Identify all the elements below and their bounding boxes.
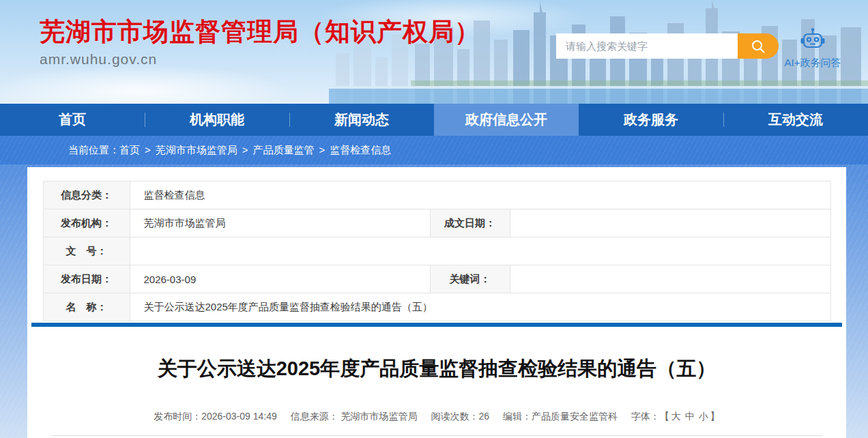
doc-info-table: 信息分类： 监督检查信息 发布机构： 芜湖市市场监管局 成文日期： 文 号： 发…: [43, 181, 831, 321]
doc-agency-label: 发布机构：: [43, 209, 130, 237]
content-card: 信息分类： 监督检查信息 发布机构： 芜湖市市场监管局 成文日期： 文 号： 发…: [27, 167, 846, 438]
breadcrumb: 当前位置：首页>芜湖市市场监管局>产品质量监管>监督检查信息: [0, 136, 868, 164]
site-search: [556, 33, 779, 59]
breadcrumb-separator: >: [145, 144, 151, 156]
accent-divider-bar: [31, 323, 842, 327]
doc-keywords-value: [510, 265, 830, 293]
page: 芜湖市市场监督管理局（知识产权局） amr.wuhu.gov.cn: [0, 0, 868, 438]
font-size-large-button[interactable]: 大: [671, 411, 681, 422]
doc-keywords-label: 关键词：: [430, 265, 510, 293]
site-title: 芜湖市市场监督管理局（知识产权局）: [40, 18, 480, 47]
site-logo-link[interactable]: 芜湖市市场监督管理局（知识产权局） amr.wuhu.gov.cn: [30, 11, 412, 86]
breadcrumb-inspection[interactable]: 监督检查信息: [330, 144, 391, 156]
table-row: 发布日期： 2026-03-09 关键词：: [43, 265, 830, 293]
meta-views-label: 阅读次数：: [431, 411, 478, 422]
doc-name-label: 名 称：: [43, 293, 130, 321]
doc-name-value: 关于公示送达2025年度产品质量监督抽查检验结果的通告（五）: [130, 293, 830, 321]
doc-number-value: [130, 237, 830, 265]
meta-editor-label: 编辑：: [503, 411, 532, 422]
font-size-medium-button[interactable]: 中: [685, 411, 695, 422]
meta-font-control: 字体：【大中小】: [631, 411, 720, 422]
article-meta: 发布时间：2026-03-09 14:49 信息来源： 芜湖市市场监管局 阅读次…: [27, 411, 846, 423]
doc-publish-date-label: 发布日期：: [43, 265, 130, 293]
nav-item-home[interactable]: 首页: [0, 104, 145, 136]
doc-written-date-label: 成文日期：: [430, 209, 510, 237]
meta-editor: 编辑：产品质量安全监管科: [503, 411, 618, 422]
site-titles: 芜湖市市场监督管理局（知识产权局） amr.wuhu.gov.cn: [40, 11, 480, 68]
nav-item-news[interactable]: 新闻动态: [289, 104, 434, 136]
search-button[interactable]: [738, 33, 779, 59]
meta-publish-time-label: 发布时间：: [154, 411, 201, 422]
table-row: 名 称： 关于公示送达2025年度产品质量监督抽查检验结果的通告（五）: [43, 293, 830, 321]
font-bracket-close: 】: [710, 411, 720, 422]
robot-icon: [800, 27, 826, 52]
meta-publish-time: 发布时间：2026-03-09 14:49: [154, 411, 277, 422]
search-icon: [751, 39, 766, 54]
meta-editor-value: 产品质量安全监管科: [532, 411, 618, 422]
table-row: 发布机构： 芜湖市市场监管局 成文日期：: [43, 209, 830, 237]
doc-category-value: 监督检查信息: [130, 181, 830, 209]
breadcrumb-bureau[interactable]: 芜湖市市场监管局: [156, 144, 237, 156]
doc-category-label: 信息分类：: [43, 181, 130, 209]
main-nav: 首页 机构职能 新闻动态 政府信息公开 政务服务 互动交流: [0, 104, 868, 136]
ai-qa-label: AI+政务问答: [782, 57, 843, 70]
doc-written-date-value: [510, 209, 830, 237]
doc-publish-date-value: 2026-03-09: [130, 265, 430, 293]
breadcrumb-prefix: 当前位置：: [68, 144, 119, 156]
nav-item-interaction[interactable]: 互动交流: [723, 104, 868, 136]
breadcrumb-separator: >: [242, 144, 248, 156]
doc-number-label: 文 号：: [43, 237, 130, 265]
search-input[interactable]: [556, 33, 738, 59]
ai-qa-entry[interactable]: AI+政务问答: [782, 27, 843, 70]
doc-agency-value: 芜湖市市场监管局: [130, 209, 430, 237]
nav-item-services[interactable]: 政务服务: [579, 104, 723, 136]
site-url: amr.wuhu.gov.cn: [40, 51, 480, 68]
meta-source-value: 芜湖市市场监管局: [341, 411, 418, 422]
font-bracket-open: 【: [660, 411, 669, 422]
meta-source-label: 信息来源：: [291, 411, 338, 422]
site-header: 芜湖市市场监督管理局（知识产权局） amr.wuhu.gov.cn: [0, 0, 868, 104]
meta-source: 信息来源： 芜湖市市场监管局: [291, 411, 418, 422]
content-divider: [51, 435, 822, 436]
font-size-small-button[interactable]: 小: [699, 411, 708, 422]
meta-publish-time-value: 2026-03-09 14:49: [201, 411, 277, 422]
nav-item-functions[interactable]: 机构职能: [145, 104, 289, 136]
nav-item-gov-info[interactable]: 政府信息公开: [434, 104, 579, 136]
meta-views-value: 26: [478, 411, 489, 422]
table-row: 文 号：: [43, 237, 830, 265]
meta-views: 阅读次数：26: [431, 411, 489, 422]
table-row: 信息分类： 监督检查信息: [43, 181, 830, 209]
meta-font-label: 字体：: [631, 411, 660, 422]
article-title: 关于公示送达2025年度产品质量监督抽查检验结果的通告（五）: [27, 355, 846, 383]
breadcrumb-quality[interactable]: 产品质量监管: [253, 144, 315, 156]
breadcrumb-home[interactable]: 首页: [119, 144, 140, 156]
breadcrumb-separator: >: [319, 144, 326, 156]
